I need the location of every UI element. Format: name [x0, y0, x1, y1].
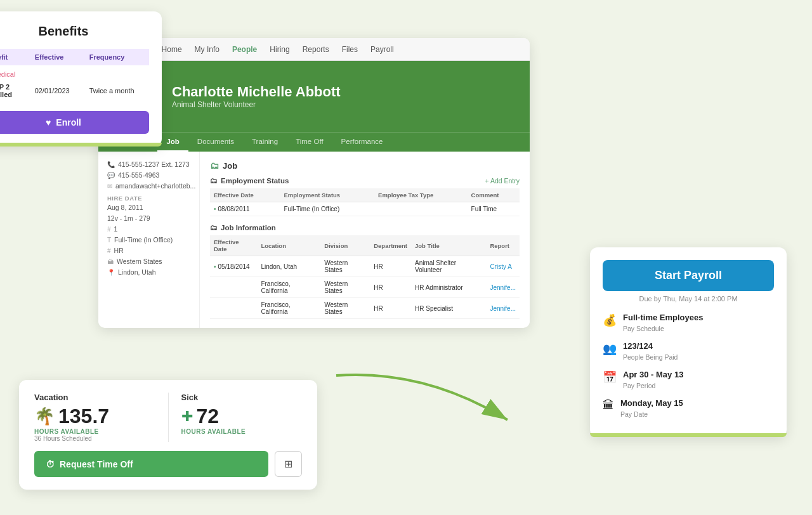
sick-hours-value: 72: [197, 405, 219, 428]
nav-people[interactable]: People: [232, 45, 257, 54]
col-tax-type: Employee Tax Type: [374, 188, 468, 202]
col-status: Employment Status: [280, 188, 374, 202]
employee-card: bamboohr Home My Info People Hiring Repo…: [98, 38, 530, 328]
vacation-label: Vacation: [34, 393, 155, 402]
sick-hours-row: ✚ 72: [181, 405, 303, 428]
city-icon: 📍: [107, 269, 115, 276]
sick-hours-label: HOURS AVAILABLE: [181, 428, 303, 435]
calculator-button[interactable]: ⊞: [275, 451, 302, 477]
sick-section: Sick ✚ 72 HOURS AVAILABLE: [181, 393, 303, 442]
ji-row3-report: Jennife...: [486, 298, 520, 319]
ji-row1-division: Western States: [320, 256, 370, 277]
phone-icon: 📞: [107, 161, 115, 168]
timeoff-buttons: ⏱ Request Time Off ⊞: [34, 451, 302, 477]
sick-label: Sick: [181, 393, 303, 402]
type-icon: T: [107, 237, 111, 244]
ji-col-title: Job Title: [411, 235, 486, 256]
ji-row2-date: [210, 277, 257, 298]
employee-name: Charlotte Michelle Abbott: [172, 84, 341, 100]
benefits-card: Benefits Benefit Effective Frequency ♥ M…: [0, 11, 162, 147]
employment-status-table: Effective Date Employment Status Employe…: [210, 188, 520, 216]
ji-col-report: Report: [486, 235, 520, 256]
nav-payroll[interactable]: Payroll: [370, 45, 394, 54]
row-comment: Full Time: [468, 202, 520, 216]
employment-status-header: 🗂 Employment Status + Add Entry: [210, 177, 520, 185]
period-text: Apr 30 - May 13 Pay Period: [623, 370, 683, 391]
ji-row3-date: [210, 298, 257, 319]
ji-row1-date: •05/18/2014: [210, 256, 257, 277]
medical-frequency: [83, 65, 149, 79]
hdhp-frequency: Twice a month: [83, 79, 149, 102]
paydate-text: Monday, May 15 Pay Date: [620, 398, 683, 419]
request-label: Request Time Off: [60, 459, 133, 469]
hire-id-value: 12v - 1m - 279: [107, 214, 150, 222]
add-entry-button[interactable]: + Add Entry: [485, 177, 520, 185]
phone2-row: 💬 415-555-4963: [107, 171, 190, 179]
paydate-label: Monday, May 15: [620, 398, 683, 408]
ji-row2-report: Jennife...: [486, 277, 520, 298]
period-label: Apr 30 - May 13: [623, 370, 683, 379]
nav-reports[interactable]: Reports: [303, 45, 329, 54]
payroll-row-2: 📅 Apr 30 - May 13 Pay Period: [603, 370, 774, 391]
location-row: 🏔 Western States: [107, 258, 190, 265]
ji-col-date: Effective Date: [210, 235, 257, 256]
ji-row2-title: HR Administrator: [411, 277, 486, 298]
nav-hiring[interactable]: Hiring: [270, 45, 289, 54]
ji-col-dept: Department: [370, 235, 411, 256]
payroll-row-0: 💰 Full-time Employees Pay Schedule: [603, 313, 774, 334]
employment-type-row: T Full-Time (In Office): [107, 236, 190, 244]
enrolled-text: Enrolled: [0, 91, 22, 98]
vacation-icon: 🌴: [34, 407, 55, 426]
nav-files[interactable]: Files: [342, 45, 358, 54]
phone2-value: 415-555-4963: [118, 171, 159, 179]
hdhp-plan: HDHP 2 Enrolled: [0, 79, 29, 102]
plan-name: HDHP 2: [0, 83, 22, 91]
job-info-icon: 🗂: [210, 224, 218, 231]
people-icon: 👥: [603, 342, 617, 356]
email-value: amandawacht+charlotteb...: [115, 182, 195, 190]
tab-timeoff[interactable]: Time Off: [287, 133, 332, 152]
nav-home[interactable]: Home: [162, 45, 182, 54]
table-row: Francisco, California Western States HR …: [210, 298, 520, 319]
sick-icon: ✚: [181, 408, 193, 425]
medical-row: ♥ Medical: [0, 65, 149, 79]
ji-col-division: Division: [320, 235, 370, 256]
nav-bar: bamboohr Home My Info People Hiring Repo…: [98, 38, 530, 61]
table-row: Francisco, California Western States HR …: [210, 277, 520, 298]
benefits-table: Benefit Effective Frequency ♥ Medical: [0, 49, 149, 102]
profile-header: Charlotte Michelle Abbott Animal Shelter…: [98, 61, 530, 132]
vacation-scheduled: 36 Hours Scheduled: [34, 435, 155, 442]
ji-row3-location: Francisco, California: [257, 298, 320, 319]
tab-documents[interactable]: Documents: [188, 133, 243, 152]
fulltime-label: Full-time Employees: [623, 313, 703, 322]
paydate-sublabel: Pay Date: [620, 410, 648, 418]
enroll-button[interactable]: ♥ Enroll: [0, 111, 149, 134]
col-effective-date: Effective Date: [210, 188, 280, 202]
employment-status-title: 🗂 Employment Status: [210, 177, 289, 185]
profile-body: 📞 415-555-1237 Ext. 1273 💬 415-555-4963 …: [98, 152, 530, 328]
due-label: Due by Thu, May 14 at 2:00 PM: [603, 295, 774, 303]
tab-job[interactable]: Job: [157, 133, 188, 152]
ji-row1-dept: HR: [370, 256, 411, 277]
hire-date-value: Aug 8, 2011: [107, 204, 143, 211]
job-title-text: Job: [223, 161, 237, 171]
tab-training[interactable]: Training: [243, 133, 287, 152]
vacation-section: Vacation 🌴 135.7 HOURS AVAILABLE 36 Hour…: [34, 393, 169, 442]
nav-myinfo[interactable]: My Info: [195, 45, 219, 54]
profile-tabs: Personal Job Documents Training Time Off…: [98, 132, 530, 152]
dept-name-value: HR: [114, 247, 124, 254]
vacation-hours-value: 135.7: [58, 405, 109, 428]
timeoff-body: Vacation 🌴 135.7 HOURS AVAILABLE 36 Hour…: [34, 393, 302, 442]
ji-row1-location: Lindon, Utah: [257, 256, 320, 277]
people-text: 123/124 People Being Paid: [623, 341, 678, 362]
vacation-hours-row: 🌴 135.7: [34, 405, 155, 428]
phone1-row: 📞 415-555-1237 Ext. 1273: [107, 160, 190, 168]
start-payroll-button[interactable]: Start Payroll: [603, 260, 774, 291]
tab-performance[interactable]: Performance: [332, 133, 392, 152]
fulltime-icon: 💰: [603, 313, 617, 327]
period-sublabel: Pay Period: [623, 382, 655, 389]
fulltime-sublabel: Pay Schedule: [623, 325, 664, 332]
dept-num: 1: [114, 225, 118, 233]
phone1-value: 415-555-1237 Ext. 1273: [118, 160, 190, 168]
request-timeoff-button[interactable]: ⏱ Request Time Off: [34, 451, 268, 477]
